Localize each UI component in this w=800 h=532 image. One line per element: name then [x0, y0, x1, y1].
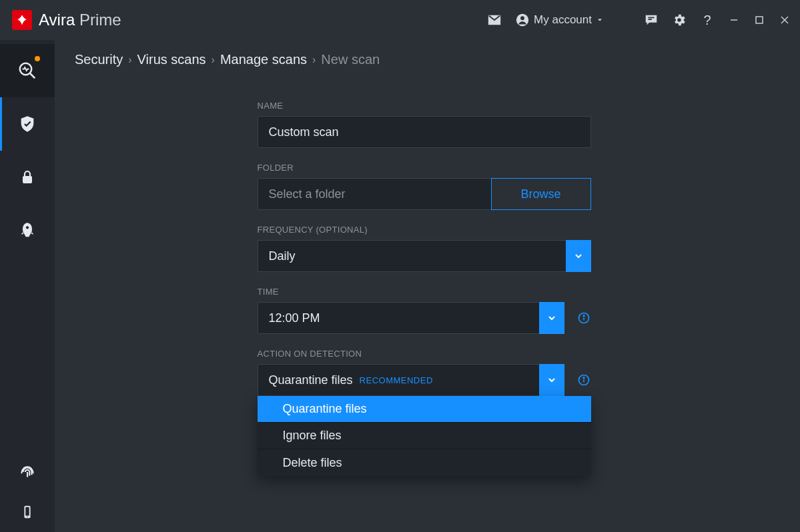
mail-icon[interactable] — [487, 13, 502, 27]
chevron-right-icon: › — [312, 54, 316, 66]
svg-point-2 — [520, 16, 524, 20]
lock-icon — [19, 169, 35, 185]
avira-logo-icon — [12, 10, 32, 30]
fingerprint-icon — [19, 463, 36, 481]
phone-icon — [20, 505, 35, 519]
action-chevron[interactable] — [539, 364, 564, 396]
gear-icon[interactable] — [672, 13, 687, 27]
breadcrumb: Security › Virus scans › Manage scans › … — [75, 52, 773, 67]
action-select[interactable]: Quarantine files RECOMMENDED Quarantine … — [258, 364, 564, 396]
frequency-select[interactable]: Daily — [258, 240, 591, 272]
brand-name: Avira — [39, 11, 75, 29]
browse-button[interactable]: Browse — [491, 178, 591, 210]
main-content: Security › Virus scans › Manage scans › … — [55, 40, 800, 532]
chevron-down-icon — [573, 251, 584, 261]
user-icon — [515, 13, 530, 27]
name-field[interactable] — [258, 116, 591, 148]
chevron-down-icon — [596, 16, 604, 24]
feedback-icon[interactable] — [644, 13, 659, 27]
sidebar-item-privacy[interactable] — [0, 151, 55, 204]
magnifier-pulse-icon — [17, 61, 37, 81]
alert-badge-icon — [35, 56, 40, 61]
breadcrumb-manage-scans[interactable]: Manage scans — [220, 52, 307, 67]
time-label: TIME — [258, 287, 591, 297]
frequency-value: Daily — [269, 249, 296, 263]
action-option-ignore[interactable]: Ignore files — [258, 423, 591, 449]
name-label: NAME — [258, 101, 591, 111]
action-value: Quarantine files — [269, 373, 353, 387]
action-info-icon[interactable] — [576, 373, 591, 387]
sidebar-item-security[interactable] — [0, 97, 55, 151]
svg-point-11 — [26, 226, 29, 229]
chevron-down-icon — [546, 375, 557, 385]
time-info-icon[interactable] — [576, 311, 591, 325]
svg-point-17 — [583, 315, 584, 317]
sidebar-item-status[interactable] — [0, 44, 55, 97]
name-input[interactable] — [269, 125, 580, 139]
frequency-label: FREQUENCY (OPTIONAL) — [258, 225, 591, 235]
action-option-delete[interactable]: Delete files — [258, 449, 591, 476]
action-label: ACTION ON DETECTION — [258, 349, 591, 359]
svg-point-3 — [677, 18, 681, 22]
sidebar-item-identity[interactable] — [0, 452, 55, 492]
sidebar-item-performance[interactable] — [0, 204, 55, 257]
close-icon[interactable] — [779, 14, 791, 26]
svg-rect-5 — [756, 17, 763, 23]
brand-suffix: Prime — [79, 11, 121, 29]
maximize-icon[interactable] — [753, 14, 765, 26]
titlebar: Avira Prime My account ? — [0, 0, 800, 40]
frequency-chevron[interactable] — [566, 240, 591, 272]
chevron-right-icon: › — [128, 54, 131, 66]
time-select[interactable]: 12:00 PM — [258, 302, 564, 334]
chevron-right-icon: › — [212, 54, 215, 66]
breadcrumb-security[interactable]: Security — [75, 52, 123, 67]
info-icon — [577, 373, 590, 387]
svg-point-20 — [583, 377, 584, 379]
shield-icon — [18, 115, 37, 133]
sidebar — [0, 40, 55, 532]
scan-form: NAME FOLDER Select a folder Browse FREQ — [258, 101, 591, 459]
folder-placeholder: Select a folder — [269, 187, 346, 201]
time-chevron[interactable] — [539, 302, 564, 334]
svg-point-14 — [27, 517, 27, 517]
rocket-icon — [18, 221, 37, 240]
action-option-quarantine[interactable]: Quarantine files — [258, 396, 591, 423]
brand-block: Avira Prime — [0, 10, 121, 30]
folder-label: FOLDER — [258, 163, 591, 173]
minimize-icon[interactable] — [728, 14, 740, 26]
svg-rect-13 — [25, 507, 29, 516]
chevron-down-icon — [546, 313, 557, 323]
time-value: 12:00 PM — [269, 311, 320, 325]
brand-text: Avira Prime — [39, 11, 121, 29]
breadcrumb-virus-scans[interactable]: Virus scans — [137, 52, 206, 67]
folder-field[interactable]: Select a folder — [258, 178, 491, 210]
svg-line-9 — [30, 73, 35, 79]
help-icon[interactable]: ? — [700, 13, 715, 27]
sidebar-item-mobile[interactable] — [0, 492, 55, 532]
breadcrumb-current: New scan — [321, 52, 380, 67]
action-dropdown-panel: Quarantine files Ignore files Delete fil… — [258, 396, 591, 476]
recommended-badge: RECOMMENDED — [360, 375, 433, 385]
info-icon — [577, 311, 590, 325]
svg-rect-10 — [23, 176, 32, 183]
account-dropdown[interactable]: My account — [515, 13, 604, 27]
account-label: My account — [534, 13, 592, 27]
titlebar-right: My account ? — [487, 13, 791, 27]
